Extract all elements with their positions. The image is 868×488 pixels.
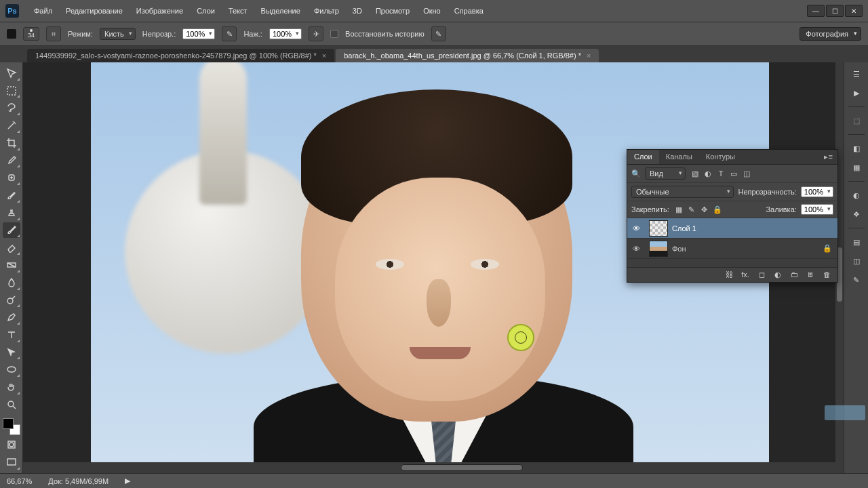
opacity-input[interactable]: 100% xyxy=(182,28,215,39)
history-panel-icon[interactable]: ☰ xyxy=(848,66,865,81)
clone-stamp-tool[interactable] xyxy=(3,205,20,221)
paths-panel-icon[interactable]: ✎ xyxy=(848,272,865,287)
fill-input[interactable]: 100% xyxy=(801,204,833,215)
doc-tab-1-close-icon[interactable]: × xyxy=(322,52,326,60)
new-group-icon[interactable]: 🗀 xyxy=(789,270,800,279)
brush-size-picker[interactable]: 34 xyxy=(23,27,39,41)
brush-tool[interactable] xyxy=(3,187,20,203)
lock-transparency-icon[interactable]: ▦ xyxy=(673,205,684,214)
restore-history-checkbox[interactable] xyxy=(330,30,338,38)
workspace-switcher[interactable]: Фотография xyxy=(800,27,861,41)
paths-tab[interactable]: Контуры xyxy=(699,150,742,164)
menu-view[interactable]: Просмотр xyxy=(369,0,416,22)
actions-panel-icon[interactable]: ▶ xyxy=(848,85,865,100)
menu-image[interactable]: Изображение xyxy=(130,0,190,22)
tablet-pressure-toggle[interactable]: ✎ xyxy=(431,26,446,41)
move-tool[interactable] xyxy=(3,65,20,81)
healing-brush-tool[interactable] xyxy=(3,169,20,186)
zoom-tool[interactable] xyxy=(3,396,20,413)
channels-tab[interactable]: Каналы xyxy=(659,150,699,164)
doc-tab-1[interactable]: 1449939992_salo-s-vostyami-raznoe-porosh… xyxy=(27,49,334,62)
brush-panel-toggle[interactable]: ⌗ xyxy=(46,26,61,41)
pen-tool[interactable] xyxy=(3,309,20,325)
brush-cursor-icon xyxy=(507,324,534,351)
filter-adjust-icon[interactable]: ◐ xyxy=(703,169,713,178)
marquee-tool[interactable] xyxy=(3,83,20,99)
layer-visibility-icon[interactable]: 👁 xyxy=(627,224,645,232)
layer-name[interactable]: Слой 1 xyxy=(672,224,696,232)
filter-pixel-icon[interactable]: ▧ xyxy=(690,169,701,178)
lock-position-icon[interactable]: ✥ xyxy=(699,205,710,214)
layer-opacity-input[interactable]: 100% xyxy=(801,186,833,197)
color-panel-icon[interactable]: ◧ xyxy=(848,141,865,156)
window-close-button[interactable]: ✕ xyxy=(845,5,863,17)
new-layer-icon[interactable]: 🗏 xyxy=(805,270,816,279)
menu-3d[interactable]: 3D xyxy=(346,0,369,22)
add-mask-icon[interactable]: ◻ xyxy=(756,270,767,279)
channels-panel-icon[interactable]: ◫ xyxy=(848,253,865,268)
history-brush-tool[interactable] xyxy=(3,222,20,239)
swatches-panel-icon[interactable]: ▦ xyxy=(848,160,865,175)
menu-edit[interactable]: Редактирование xyxy=(59,0,130,22)
menu-layers[interactable]: Слои xyxy=(190,0,222,22)
eraser-tool[interactable] xyxy=(3,239,20,256)
layer-name[interactable]: Фон xyxy=(672,245,686,253)
magic-wand-tool[interactable] xyxy=(3,117,20,134)
shape-tool[interactable] xyxy=(3,361,20,378)
horizontal-scrollbar[interactable] xyxy=(23,462,835,473)
layer-thumbnail[interactable] xyxy=(649,220,668,237)
blend-mode-select[interactable]: Обычные xyxy=(631,186,734,198)
layers-tab[interactable]: Слои xyxy=(627,150,659,164)
delete-layer-icon[interactable]: 🗑 xyxy=(821,270,832,279)
airbrush-toggle[interactable]: ✈ xyxy=(309,26,323,41)
layers-panel-icon[interactable]: ▤ xyxy=(848,235,865,249)
doc-tab-2[interactable]: barack_h._obama_44th_us_president.jpg @ … xyxy=(336,49,599,62)
zoom-level[interactable]: 66,67% xyxy=(7,477,32,485)
lasso-tool[interactable] xyxy=(3,100,20,116)
filter-shape-icon[interactable]: ▭ xyxy=(728,169,739,178)
type-tool[interactable] xyxy=(3,327,20,343)
screen-mode-toggle[interactable] xyxy=(3,454,20,470)
blur-tool[interactable] xyxy=(3,274,20,291)
doc-tab-2-close-icon[interactable]: × xyxy=(587,52,591,60)
properties-panel-icon[interactable]: ⬚ xyxy=(848,113,865,128)
eyedropper-tool[interactable] xyxy=(3,152,20,169)
path-selection-tool[interactable] xyxy=(3,344,20,361)
layer-visibility-icon[interactable]: 👁 xyxy=(627,245,645,253)
window-minimize-button[interactable]: — xyxy=(807,5,825,17)
status-flyout-icon[interactable]: ▶ xyxy=(125,476,130,485)
window-maximize-button[interactable]: ☐ xyxy=(826,5,844,17)
crop-tool[interactable] xyxy=(3,135,20,151)
layer-fx-icon[interactable]: fx. xyxy=(740,270,751,279)
menu-select[interactable]: Выделение xyxy=(254,0,307,22)
layer-row-1[interactable]: 👁 Слой 1 xyxy=(627,218,837,239)
tool-preset-icon[interactable] xyxy=(7,29,16,39)
link-layers-icon[interactable]: ⛓ xyxy=(724,270,734,279)
panel-menu-icon[interactable]: ▸≡ xyxy=(820,150,837,164)
menu-window[interactable]: Окно xyxy=(416,0,448,22)
layer-filter-dropdown[interactable]: Вид xyxy=(645,167,686,180)
lock-pixels-icon[interactable]: ✎ xyxy=(686,205,697,214)
layer-row-2[interactable]: 👁 Фон 🔒 xyxy=(627,239,837,259)
flow-input[interactable]: 100% xyxy=(269,28,302,39)
filter-type-icon[interactable]: T xyxy=(715,169,726,178)
adjustments-panel-icon[interactable]: ◐ xyxy=(848,188,865,203)
adjustment-layer-icon[interactable]: ◐ xyxy=(772,270,783,279)
hand-tool[interactable] xyxy=(3,379,20,395)
quick-mask-toggle[interactable] xyxy=(3,436,20,453)
menu-text[interactable]: Текст xyxy=(222,0,254,22)
blend-mode-dropdown[interactable]: Кисть xyxy=(100,28,136,40)
dodge-tool[interactable] xyxy=(3,292,20,308)
lock-all-icon[interactable]: 🔒 xyxy=(712,205,723,214)
layer-thumbnail[interactable] xyxy=(649,241,668,257)
opacity-pressure-toggle[interactable]: ✎ xyxy=(222,26,237,41)
menu-help[interactable]: Справка xyxy=(448,0,490,22)
color-swatches[interactable] xyxy=(3,418,20,436)
document-size[interactable]: Док: 5,49M/6,99M xyxy=(48,477,108,485)
gradient-tool[interactable] xyxy=(3,257,20,273)
menu-filter[interactable]: Фильтр xyxy=(307,0,346,22)
menu-file[interactable]: Файл xyxy=(27,0,59,22)
styles-panel-icon[interactable]: ❖ xyxy=(848,207,865,222)
restore-history-label: Восстановить историю xyxy=(345,30,425,38)
filter-smart-icon[interactable]: ◫ xyxy=(741,169,752,178)
